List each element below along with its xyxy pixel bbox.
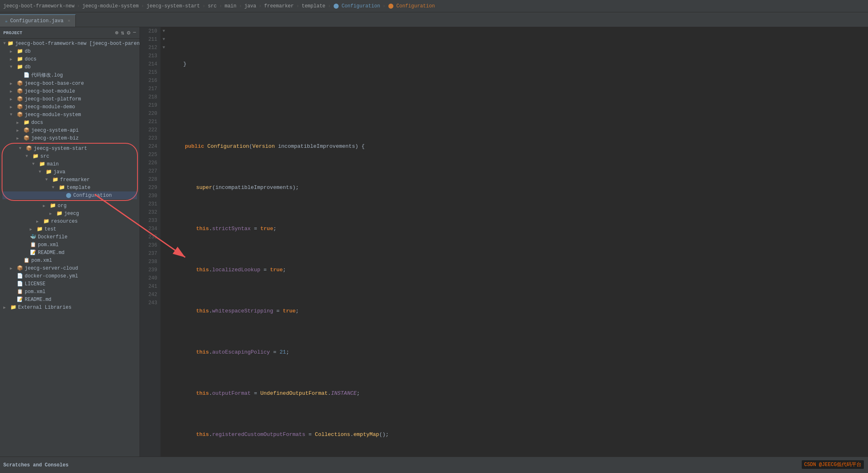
settings-icon[interactable]: ⇅	[121, 29, 124, 36]
folder-icon: 📁	[36, 226, 43, 232]
tree-item-log[interactable]: 📄 代码修改.log	[0, 71, 140, 79]
editor-area: 210 211 212 213 214 215 216 217 218 219 …	[140, 27, 868, 457]
tree-item-db1[interactable]: ▶ 📁 db	[0, 47, 140, 55]
code-line-213: super(incompatibleImprovements);	[170, 184, 865, 192]
tree-item-jeecg[interactable]: ▶ 📁 jeecg	[0, 210, 140, 217]
tree-item-module-system[interactable]: ▼ 📦 jeecg-module-system	[0, 111, 140, 119]
code-line-214: this.strictSyntax = true;	[170, 225, 865, 233]
folder-icon: 📁	[45, 169, 52, 175]
minimize-icon[interactable]: −	[133, 29, 136, 36]
tree-item-label: jeecg-boot-base-core	[25, 81, 84, 86]
tree-item-license[interactable]: 📄 LICENSE	[0, 280, 140, 288]
tree-item-configuration-class[interactable]: ⬤ Configuration	[2, 191, 137, 199]
tree-item-org[interactable]: ▶ 📁 org	[0, 202, 140, 210]
collapse-arrow: ▼	[32, 162, 37, 166]
tree-item-label: org	[58, 203, 67, 209]
tree-item-docs2[interactable]: ▶ 📁 docs	[0, 119, 140, 126]
tree-item-label: docker-compose.yml	[25, 273, 78, 279]
breadcrumb-item[interactable]: jeecg-module-system	[82, 3, 139, 9]
folder-icon: 📁	[16, 64, 23, 70]
tree-item-boot-module[interactable]: ▶ 📦 jeecg-boot-module	[0, 87, 140, 95]
tree-item-pom-root[interactable]: 📋 pom.xml	[0, 288, 140, 296]
tree-item-template[interactable]: ▼ 📁 template	[2, 184, 137, 191]
breadcrumb-item[interactable]: java	[244, 3, 256, 9]
module-icon: 📦	[23, 135, 30, 141]
tree-item-system-start[interactable]: ▼ 📦 jeecg-system-start	[2, 144, 137, 152]
tree-item-java[interactable]: ▼ 📁 java	[2, 168, 137, 176]
tree-item-server-cloud[interactable]: ▶ 📦 jeecg-server-cloud	[0, 264, 140, 272]
code-editor[interactable]: } public Configuration(Version incompati…	[167, 27, 868, 457]
breadcrumb-item[interactable]: template	[302, 3, 326, 9]
tree-item-dockerfile[interactable]: 🐳 Dockerfile	[0, 233, 140, 241]
tree-item-label: pom.xml	[38, 242, 58, 248]
breadcrumb-item[interactable]: jeecg-boot-framework-new	[3, 3, 74, 9]
line-numbers: 210 211 212 213 214 215 216 217 218 219 …	[140, 27, 161, 457]
expand-arrow: ▶	[30, 227, 35, 232]
tree-item-label: README.md	[38, 250, 65, 256]
expand-arrow: ▶	[3, 305, 8, 310]
tree-item-label: jeecg-boot-framework-new [jeecg-boot-par…	[15, 41, 140, 47]
code-line-215: this.localizedLookup = true;	[170, 266, 865, 274]
xml-icon: 📋	[30, 242, 36, 248]
module-icon: 📦	[16, 104, 23, 110]
tree-item-label: jeecg-system-api	[31, 128, 79, 133]
csdn-watermark: CSDN @JEECG低代码平台	[802, 460, 864, 469]
folder-icon: 📁	[39, 161, 45, 167]
xml-icon: 📋	[16, 289, 23, 295]
close-tab-button[interactable]: ×	[67, 19, 70, 23]
breadcrumb-item[interactable]: jeecg-system-start	[147, 3, 200, 9]
tree-item-system-api[interactable]: ▶ 📦 jeecg-system-api	[0, 126, 140, 134]
breadcrumb-item[interactable]: main	[225, 3, 237, 9]
file-icon: 📄	[16, 281, 23, 287]
tree-item-docker-compose[interactable]: 📄 docker-compose.yml	[0, 272, 140, 280]
tree-item-src[interactable]: ▼ 📁 src	[2, 152, 137, 160]
sidebar-tree: ▼ 📁 jeecg-boot-framework-new [jeecg-boot…	[0, 39, 140, 457]
expand-arrow: ▶	[10, 49, 15, 54]
tree-item-main[interactable]: ▼ 📁 main	[2, 160, 137, 168]
folder-icon: 📁	[56, 210, 63, 217]
tree-item-readme-root[interactable]: 📝 README.md	[0, 296, 140, 303]
tree-item-test[interactable]: ▶ 📁 test	[0, 225, 140, 233]
tree-item-label: jeecg-boot-platform	[25, 96, 81, 102]
tree-item-label: java	[54, 169, 65, 175]
tree-item-boot-platform[interactable]: ▶ 📦 jeecg-boot-platform	[0, 95, 140, 103]
tree-item-system-biz[interactable]: ▶ 📦 jeecg-system-biz	[0, 134, 140, 142]
folder-icon: 📁	[16, 56, 23, 62]
tree-item-external-libraries[interactable]: ▶ 📁 External Libraries	[0, 303, 140, 311]
tree-item-label: src	[40, 154, 49, 159]
expand-arrow: ▶	[16, 128, 21, 133]
tree-item-pom-system[interactable]: 📋 pom.xml	[0, 256, 140, 264]
tree-item-label: External Libraries	[18, 305, 72, 310]
breadcrumb-item-method[interactable]: ⬤ Configuration	[388, 3, 435, 9]
module-icon: 📦	[26, 145, 32, 151]
bottom-bar[interactable]: Scratches and Consoles	[0, 457, 868, 473]
tree-item-db2[interactable]: ▼ 📁 db	[0, 63, 140, 71]
tree-item-base-core[interactable]: ▶ 📦 jeecg-boot-base-core	[0, 79, 140, 87]
tree-item-pom-start[interactable]: 📋 pom.xml	[0, 241, 140, 249]
tree-item-readme-start[interactable]: 📝 README.md	[0, 249, 140, 256]
dockerfile-icon: 🐳	[30, 234, 36, 240]
module-icon: 📦	[16, 80, 23, 86]
java-class-icon: ⬤	[65, 192, 72, 198]
tree-item-resources[interactable]: ▶ 📁 resources	[0, 217, 140, 225]
expand-arrow: ▶	[10, 57, 15, 62]
collapse-arrow: ▼	[19, 146, 24, 151]
java-file-icon: ☕	[5, 18, 8, 23]
config-icon[interactable]: ⚙	[127, 29, 130, 36]
gear-icon[interactable]: ⊕	[115, 29, 118, 36]
folder-icon: 📁	[23, 119, 30, 126]
code-line-219: this.registeredCustomOutputFormats = Col…	[170, 431, 865, 439]
sidebar-title: Project	[3, 30, 22, 35]
tree-item-label: jeecg	[64, 211, 79, 217]
expand-arrow: ▶	[10, 105, 15, 110]
breadcrumb-item-class[interactable]: ⬤ Configuration	[333, 3, 380, 9]
tree-item-docs1[interactable]: ▶ 📁 docs	[0, 55, 140, 63]
tree-item-freemarker[interactable]: ▼ 📁 freemarker	[2, 176, 137, 184]
breadcrumb-item[interactable]: src	[208, 3, 217, 9]
module-icon: 📦	[16, 265, 23, 271]
code-line-218: this.outputFormat = UndefinedOutputForma…	[170, 389, 865, 398]
tree-item-root[interactable]: ▼ 📁 jeecg-boot-framework-new [jeecg-boot…	[0, 40, 140, 47]
tree-item-module-demo[interactable]: ▶ 📦 jeecg-module-demo	[0, 103, 140, 111]
tab-configuration-java[interactable]: ☕ Configuration.java ×	[0, 14, 76, 27]
breadcrumb-item[interactable]: freemarker	[264, 3, 294, 9]
